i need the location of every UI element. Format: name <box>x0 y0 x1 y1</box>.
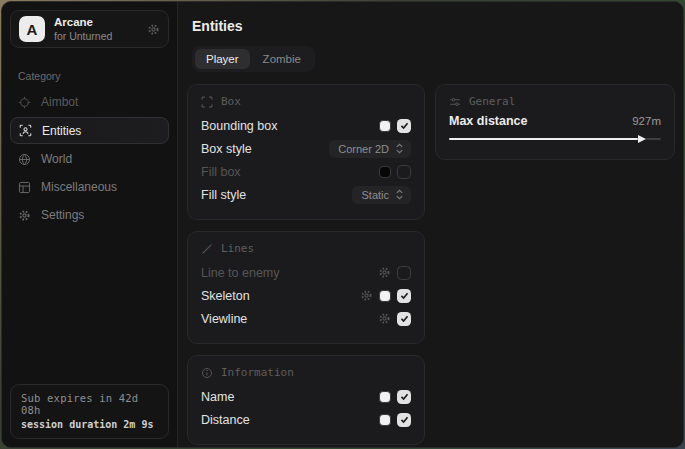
sidebar-item-label: Miscellaneous <box>41 180 117 194</box>
gear-icon[interactable] <box>378 266 391 279</box>
dropdown-value: Static <box>361 189 389 201</box>
sliders-icon <box>449 96 461 108</box>
gear-icon <box>18 209 31 222</box>
setting-row-distance: Distance <box>201 408 411 431</box>
sidebar: A Arcane for Unturned Category A <box>2 2 178 447</box>
sidebar-item-aimbot[interactable]: Aimbot <box>2 88 177 116</box>
slider-rest <box>646 138 661 140</box>
checkbox-checked[interactable] <box>397 312 411 326</box>
information-section: Information Name Distance <box>187 355 425 445</box>
color-swatch[interactable] <box>379 391 391 403</box>
sidebar-item-label: Settings <box>41 208 84 222</box>
app-logo: A <box>19 16 45 42</box>
setting-row-skeleton: Skeleton <box>201 284 411 307</box>
checkbox-unchecked[interactable] <box>397 165 411 179</box>
setting-label: Box style <box>201 142 329 156</box>
slider-thumb[interactable] <box>638 135 646 143</box>
entity-tabs: Player Zombie <box>192 46 315 72</box>
checkbox-checked[interactable] <box>397 289 411 303</box>
sidebar-item-label: Entities <box>42 124 81 138</box>
person-scan-icon <box>19 124 32 137</box>
main-area: Entities Player Zombie Box <box>178 2 684 447</box>
setting-row-max-distance: Max distance 927m <box>449 114 661 128</box>
lines-section: Lines Line to enemy <box>187 231 425 344</box>
category-label: Category <box>18 70 161 82</box>
color-swatch[interactable] <box>379 290 391 302</box>
info-circle-icon <box>201 367 213 379</box>
box-style-dropdown[interactable]: Corner 2D <box>329 140 411 158</box>
gear-icon[interactable] <box>378 312 391 325</box>
sidebar-item-entities[interactable]: Entities <box>10 117 169 144</box>
slider-value: 927m <box>632 115 661 127</box>
general-section: General Max distance 927m <box>435 84 675 160</box>
color-swatch[interactable] <box>379 166 391 178</box>
setting-label: Name <box>201 390 379 404</box>
grid-icon <box>18 181 31 194</box>
content: Box Bounding box Box style <box>178 72 684 445</box>
setting-row-name: Name <box>201 385 411 408</box>
setting-label: Viewline <box>201 312 378 326</box>
setting-label: Skeleton <box>201 289 360 303</box>
diagonal-line-icon <box>201 243 213 255</box>
setting-row-bounding-box: Bounding box <box>201 114 411 137</box>
sidebar-item-world[interactable]: World <box>2 145 177 173</box>
scan-brackets-icon <box>201 96 213 108</box>
setting-label: Fill box <box>201 165 379 179</box>
fill-style-dropdown[interactable]: Static <box>352 186 411 204</box>
section-title: Lines <box>221 242 254 255</box>
session-duration-text: session duration 2m 9s <box>21 419 158 430</box>
sidebar-nav: Aimbot Entities World <box>2 88 177 229</box>
section-title: Information <box>221 366 294 379</box>
color-swatch[interactable] <box>379 120 391 132</box>
globe-icon <box>18 153 31 166</box>
gear-icon[interactable] <box>147 23 160 36</box>
subscription-info-card: Sub expires in 42d 08h session duration … <box>10 384 169 439</box>
setting-label: Fill style <box>201 188 352 202</box>
setting-label: Bounding box <box>201 119 379 133</box>
sidebar-item-miscellaneous[interactable]: Miscellaneous <box>2 173 177 201</box>
sidebar-item-label: Aimbot <box>41 95 78 109</box>
setting-row-box-style: Box style Corner 2D <box>201 137 411 160</box>
dropdown-value: Corner 2D <box>338 143 389 155</box>
tab-player[interactable]: Player <box>195 49 250 69</box>
chevron-up-down-icon <box>395 189 404 200</box>
tab-zombie[interactable]: Zombie <box>252 49 312 69</box>
setting-row-line-to-enemy: Line to enemy <box>201 261 411 284</box>
setting-row-fill-style: Fill style Static <box>201 183 411 206</box>
setting-label: Line to enemy <box>201 266 378 280</box>
app-window: A Arcane for Unturned Category A <box>1 1 684 448</box>
checkbox-checked[interactable] <box>397 390 411 404</box>
sidebar-item-settings[interactable]: Settings <box>2 201 177 229</box>
setting-label: Distance <box>201 413 379 427</box>
checkbox-checked[interactable] <box>397 413 411 427</box>
sub-expiry-text: Sub expires in 42d 08h <box>21 392 158 416</box>
gear-icon[interactable] <box>360 289 373 302</box>
sidebar-item-label: World <box>41 152 72 166</box>
color-swatch[interactable] <box>379 414 391 426</box>
max-distance-slider[interactable] <box>449 132 661 146</box>
page-title: Entities <box>192 18 684 34</box>
chevron-up-down-icon <box>395 143 404 154</box>
checkbox-checked[interactable] <box>397 119 411 133</box>
setting-row-viewline: Viewline <box>201 307 411 330</box>
slider-fill <box>449 138 638 140</box>
app-logo-card: A Arcane for Unturned <box>10 10 169 48</box>
box-section: Box Bounding box Box style <box>187 84 425 220</box>
app-subtitle: for Unturned <box>54 30 138 42</box>
app-title: Arcane <box>54 16 138 29</box>
slider-label: Max distance <box>449 114 632 128</box>
checkbox-unchecked[interactable] <box>397 266 411 280</box>
setting-row-fill-box: Fill box <box>201 160 411 183</box>
crosshair-icon <box>18 96 31 109</box>
section-title: General <box>469 95 515 108</box>
section-title: Box <box>221 95 241 108</box>
